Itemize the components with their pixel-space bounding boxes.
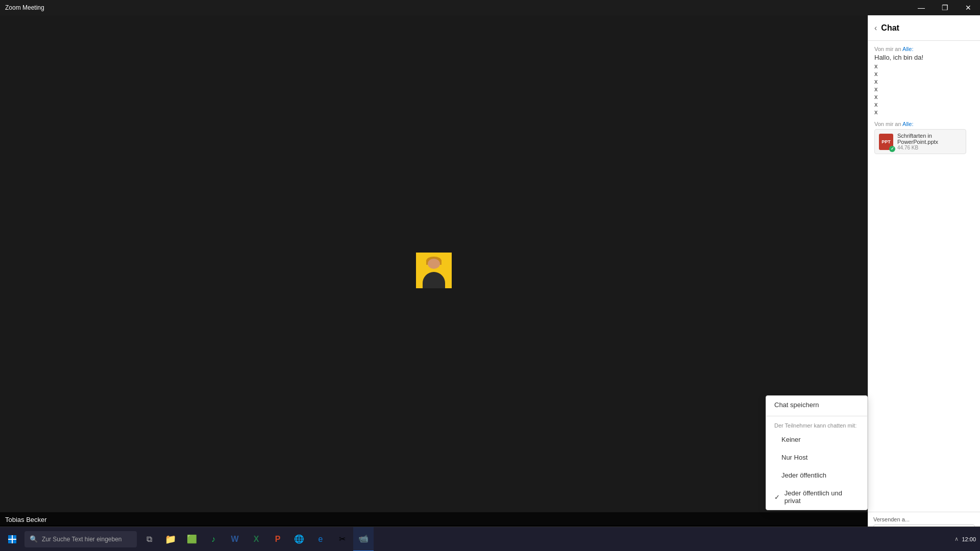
window-controls: — ❐ ✕ xyxy=(910,0,980,15)
close-button[interactable]: ✕ xyxy=(957,0,980,15)
chat-messages: Von mir an Alle: Hallo, ich bin da! x x … xyxy=(868,41,980,512)
avatar-face xyxy=(428,259,440,269)
chat-extra-7: x xyxy=(874,108,974,116)
participant-name-text: Tobias Becker xyxy=(5,516,47,523)
chat-title: Chat xyxy=(881,23,899,33)
file-size: 44.76 KB xyxy=(897,145,962,151)
start-button[interactable] xyxy=(0,527,24,552)
context-menu: Chat speichern Der Teilnehmer kann chatt… xyxy=(766,395,868,510)
chat-sender-highlight-2: Alle: xyxy=(902,121,913,127)
chat-sender-2: Von mir an Alle: xyxy=(874,121,974,127)
avatar-body xyxy=(423,272,445,288)
menu-item-jeder-oeffentlich[interactable]: Jeder öffentlich xyxy=(766,466,867,484)
chat-extra-3: x xyxy=(874,78,974,85)
chat-text-1: Hallo, ich bin da! xyxy=(874,53,974,62)
file-icon: PPT ✓ xyxy=(879,134,893,150)
taskbar-app-spotify[interactable]: ♪ xyxy=(203,527,224,552)
taskbar-search[interactable]: 🔍 Zur Suche Text hier eingeben xyxy=(24,531,137,547)
file-check-icon: ✓ xyxy=(889,146,895,152)
menu-item-nur-host[interactable]: Nur Host xyxy=(766,448,867,466)
menu-item-keiner[interactable]: Keiner xyxy=(766,431,867,448)
taskbar-app-edge[interactable]: e xyxy=(310,527,331,552)
tray-time: 12:00 xyxy=(962,536,976,542)
participant-name-bar: Tobias Becker xyxy=(0,512,868,527)
minimize-button[interactable]: — xyxy=(910,0,933,15)
menu-section-label: Der Teilnehmer kann chatten mit: xyxy=(766,418,867,431)
tray-expand[interactable]: ∧ xyxy=(954,536,959,542)
chat-message-group-2: Von mir an Alle: PPT ✓ Schriftarten in P… xyxy=(874,121,974,154)
taskbar-apps: ⧉ 📁 🟩 ♪ W X P 🌐 e ✂ 📹 xyxy=(139,527,374,552)
taskbar-app-powerpoint[interactable]: P xyxy=(267,527,288,552)
file-info: Schriftarten in PowerPoint.pptx 44.76 KB xyxy=(897,133,962,151)
chat-extra-1: x xyxy=(874,62,974,70)
search-icon: 🔍 xyxy=(30,535,38,543)
taskbar-app-chrome[interactable]: 🌐 xyxy=(289,527,309,552)
chat-message-group-1: Von mir an Alle: Hallo, ich bin da! x x … xyxy=(874,46,974,116)
chat-extra-5: x xyxy=(874,93,974,101)
taskbar-app-snip[interactable]: ✂ xyxy=(332,527,352,552)
chat-panel: ‹ Chat Von mir an Alle: Hallo, ich bin d… xyxy=(868,15,980,551)
chat-sender-1: Von mir an Alle: xyxy=(874,46,974,52)
menu-item-jeder-oeffentlich-privat[interactable]: Jeder öffentlich und privat xyxy=(766,484,867,510)
taskbar-app-task-view[interactable]: ⧉ xyxy=(139,527,159,552)
chat-file-attachment[interactable]: PPT ✓ Schriftarten in PowerPoint.pptx 44… xyxy=(874,129,966,154)
taskbar-app-excel[interactable]: X xyxy=(246,527,266,552)
taskbar-app-apps[interactable]: 🟩 xyxy=(182,527,202,552)
taskbar-app-explorer[interactable]: 📁 xyxy=(160,527,181,552)
taskbar-app-word[interactable]: W xyxy=(225,527,245,552)
menu-item-save-chat[interactable]: Chat speichern xyxy=(766,396,867,414)
search-placeholder-text: Zur Suche Text hier eingeben xyxy=(42,536,122,543)
chat-extra-2: x xyxy=(874,70,974,78)
chat-extra-6: x xyxy=(874,101,974,108)
meeting-area xyxy=(0,15,868,525)
chat-back-button[interactable]: ‹ xyxy=(874,23,877,33)
file-name: Schriftarten in PowerPoint.pptx xyxy=(897,133,962,145)
title-bar: Zoom Meeting — ❐ ✕ xyxy=(0,0,980,15)
chat-extra-4: x xyxy=(874,85,974,93)
window-title: Zoom Meeting xyxy=(0,4,44,11)
system-tray: ∧ 12:00 xyxy=(954,536,980,542)
chat-header: ‹ Chat xyxy=(868,15,980,41)
avatar-image xyxy=(416,253,452,288)
versenden-row: Versenden a... xyxy=(873,516,975,522)
chat-sender-highlight-1: Alle: xyxy=(902,46,913,52)
windows-taskbar: 🔍 Zur Suche Text hier eingeben ⧉ 📁 🟩 ♪ W… xyxy=(0,527,980,551)
taskbar-app-zoom[interactable]: 📹 xyxy=(353,527,374,552)
restore-button[interactable]: ❐ xyxy=(933,0,957,15)
versenden-label: Versenden a... xyxy=(873,516,910,522)
menu-divider xyxy=(766,416,867,416)
participant-avatar xyxy=(416,253,452,288)
